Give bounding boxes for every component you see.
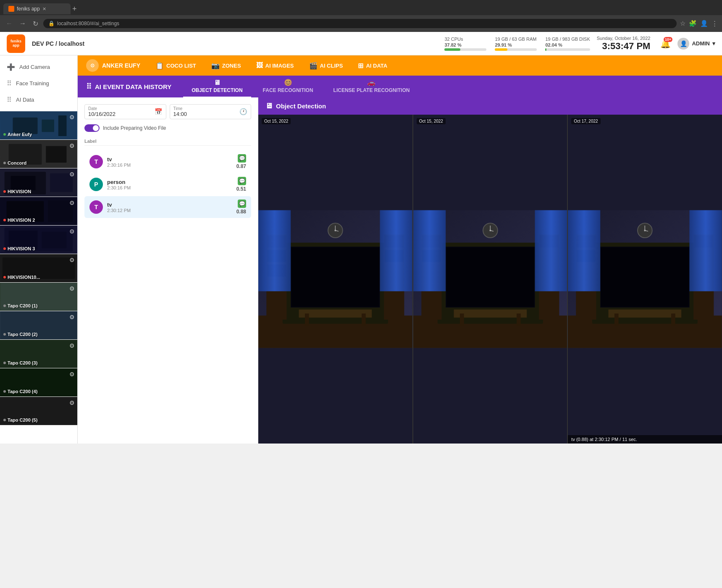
clock-icon[interactable]: 🕐 — [239, 108, 247, 116]
user-button[interactable]: 👤 ADMIN ▾ — [677, 38, 715, 50]
sidebar-item-face-training[interactable]: ⠿ Face Training — [0, 75, 77, 92]
profile-icon[interactable]: 👤 — [700, 20, 708, 27]
camera-gear-tapo4[interactable]: ⚙ — [69, 371, 75, 378]
address-text: localhost:8080/#/ai_settings — [57, 21, 119, 26]
status-dot-hikvision3 — [3, 247, 6, 250]
sidebar-item-label-face-training: Face Training — [16, 80, 49, 87]
browser-tab[interactable]: feniks app ✕ — [3, 3, 71, 14]
camera-gear-hikvision10[interactable]: ⚙ — [69, 257, 75, 263]
score-icon-2: 💬 — [239, 201, 245, 207]
camera-name-hikvision: HIKVISION — [3, 189, 31, 194]
camera-gear-hikvision[interactable]: ⚙ — [69, 171, 75, 178]
tab-object-detection[interactable]: 🖥 OBJECT DETECTION — [183, 76, 251, 98]
orange-nav-ai-clips[interactable]: 🎬 AI CLIPS — [302, 58, 350, 73]
extensions-icon[interactable]: 🧩 — [689, 20, 697, 27]
camera-gear-tapo5[interactable]: ⚙ — [69, 399, 75, 406]
menu-icon[interactable]: ⋮ — [711, 20, 718, 27]
orange-nav-ai-data[interactable]: ⊞ AI DATA — [351, 58, 394, 73]
include-preparing-toggle[interactable] — [84, 124, 100, 132]
cpu-label: 32 CPUs — [444, 37, 486, 42]
bookmark-icon[interactable]: ☆ — [680, 20, 685, 27]
camera-item-hikvision10[interactable]: HIKVISION10... ⚙ — [0, 254, 77, 283]
camera-gear-tapo3[interactable]: ⚙ — [69, 342, 75, 349]
time-label: Time — [173, 106, 187, 111]
camera-gear-tapo1[interactable]: ⚙ — [69, 285, 75, 292]
section-title-text: AI EVENT DATA HISTORY — [95, 83, 171, 90]
purple-nav: ⠿ AI EVENT DATA HISTORY 🖥 OBJECT DETECTI… — [78, 76, 722, 97]
orange-nav-ai-images[interactable]: 🖼 AI IMAGES — [249, 58, 301, 73]
score-value-2: 0.88 — [236, 209, 246, 215]
detection-item-2[interactable]: T tv 2:30:12 PM 💬 0.88 — [84, 196, 251, 218]
sidebar-item-ai-data[interactable]: ⠿ AI Data — [0, 92, 77, 108]
detection-time-0: 2:30:16 PM — [107, 163, 232, 168]
cpu-value: 37.82 % — [444, 42, 486, 47]
camera-name-tapo2: Tapo C200 (2) — [3, 332, 37, 337]
camera-item-hikvision[interactable]: HIKVISION ⚙ — [0, 168, 77, 197]
time-field[interactable]: Time 14:00 🕐 — [170, 104, 252, 119]
forward-button[interactable]: → — [18, 19, 28, 28]
status-dot-tapo2 — [3, 333, 6, 336]
camera-item-hikvision2[interactable]: HIKVISION 2 ⚙ — [0, 197, 77, 226]
back-button[interactable]: ← — [4, 19, 14, 28]
reload-button[interactable]: ↻ — [31, 19, 40, 29]
cpu-bar — [444, 48, 486, 51]
camera-gear-tapo2[interactable]: ⚙ — [69, 314, 75, 320]
room-scene-2 — [568, 115, 722, 444]
detection-time-1: 2:30:16 PM — [107, 185, 232, 190]
camera-item-tapo5[interactable]: Tapo C200 (5) ⚙ — [0, 397, 77, 425]
browser-chrome: feniks app ✕ + ← → ↻ 🔒 localhost:8080/#/… — [0, 0, 722, 32]
camera-gear-hikvision3[interactable]: ⚙ — [69, 228, 75, 235]
detection-avatar-letter-1: P — [94, 181, 98, 188]
new-tab-button[interactable]: + — [72, 5, 77, 13]
time-value: 14:00 — [173, 111, 187, 117]
camera-item-concord[interactable]: Concord ⚙ — [0, 140, 77, 168]
sidebar: ➕ Add Camera ⠿ Face Training ⠿ AI Data — [0, 55, 78, 444]
system-stats: 32 CPUs 37.82 % 19 GB / 63 GB RAM 29.91 … — [444, 37, 590, 51]
calendar-icon[interactable]: 📅 — [155, 108, 163, 116]
tab-close-button[interactable]: ✕ — [42, 6, 46, 12]
camera-item-tapo3[interactable]: Tapo C200 (3) ⚙ — [0, 340, 77, 368]
ai-data-icon: ⠿ — [7, 96, 12, 104]
camera-item-anker-eufy[interactable]: Anker Eufy ⚙ — [0, 111, 77, 140]
tab-license-plate[interactable]: 🚗 LICENSE PLATE RECOGNITION — [325, 75, 418, 98]
detection-image-1[interactable]: Oct 15, 2022 — [412, 115, 567, 444]
disk-bar — [545, 48, 590, 51]
camera-item-tapo2[interactable]: Tapo C200 (2) ⚙ — [0, 311, 77, 340]
svg-rect-40 — [380, 210, 412, 291]
sidebar-item-add-camera[interactable]: ➕ Add Camera — [0, 59, 77, 75]
camera-gear-anker-eufy[interactable]: ⚙ — [69, 114, 75, 121]
camera-gear-concord[interactable]: ⚙ — [69, 142, 75, 149]
camera-name-concord: Concord — [3, 160, 26, 165]
camera-item-hikvision3[interactable]: HIKVISION 3 ⚙ — [0, 226, 77, 254]
address-bar[interactable]: 🔒 localhost:8080/#/ai_settings — [43, 19, 677, 28]
camera-item-tapo1[interactable]: Tapo C200 (1) ⚙ — [0, 283, 77, 311]
score-indicator-0: 💬 — [238, 154, 246, 163]
svg-rect-45 — [299, 310, 372, 318]
detection-image-2[interactable]: Oct 17, 2022 tv (0.88) at 2:30:12 PM / 1… — [567, 115, 722, 444]
detection-avatar-letter-0: T — [95, 158, 98, 165]
orange-nav-coco-list[interactable]: 📋 COCO LIST — [149, 58, 203, 73]
notification-button[interactable]: 🔔 10+ — [660, 39, 671, 49]
orange-nav: ⊙ ANKER EUFY 📋 COCO LIST 📷 ZONES 🖼 AI IM… — [78, 55, 722, 76]
svg-rect-3 — [58, 116, 67, 136]
detection-item-0[interactable]: T tv 2:30:16 PM 💬 0.87 — [84, 151, 251, 173]
toggle-label: Include Preparing Video File — [103, 125, 166, 131]
camera-item-tapo4[interactable]: Tapo C200 (4) ⚙ — [0, 368, 77, 397]
lock-icon: 🔒 — [48, 21, 55, 26]
orange-nav-zones[interactable]: 📷 ZONES — [205, 58, 248, 73]
date-display: Sunday, October 16, 2022 — [597, 36, 651, 41]
zones-icon: 📷 — [211, 62, 220, 70]
detection-item-1[interactable]: P person 2:30:16 PM 💬 0.51 — [84, 173, 251, 195]
time-display: 3:53:47 PM — [597, 41, 651, 52]
svg-rect-52 — [446, 247, 534, 307]
camera-gear-hikvision2[interactable]: ⚙ — [69, 200, 75, 206]
ai-data-label: AI DATA — [366, 63, 387, 69]
img-timestamp-2: Oct 17, 2022 — [571, 118, 600, 124]
tab-face-recognition[interactable]: 😊 FACE RECOGNITION — [255, 75, 322, 98]
svg-rect-66 — [517, 314, 521, 326]
detection-avatar-2: T — [89, 200, 103, 214]
detection-image-0[interactable]: Oct 15, 2022 — [258, 115, 412, 444]
img-timestamp-1: Oct 15, 2022 — [417, 118, 446, 124]
date-field[interactable]: Date 10/16/2022 📅 — [84, 104, 166, 119]
svg-rect-84 — [614, 314, 619, 326]
